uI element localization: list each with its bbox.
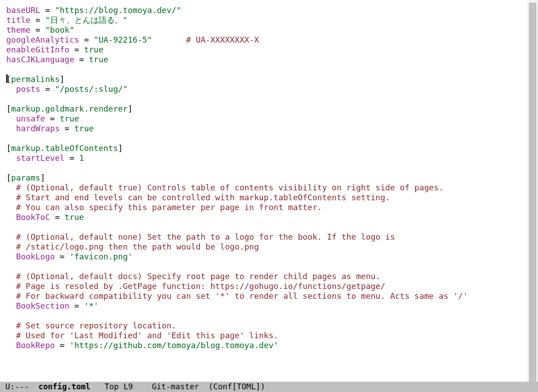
bracket-close: ] — [60, 74, 65, 84]
key-BookLogo: BookLogo — [16, 252, 55, 261]
val-BookSection: '*' — [84, 301, 99, 310]
val-baseURL: "https://blog.tomoya.dev/" — [55, 5, 181, 15]
key-BookToC: BookToC — [16, 212, 50, 222]
key-hasCJKLanguage: hasCJKLanguage — [6, 55, 74, 64]
val-hardWraps: true — [74, 124, 94, 133]
comment-line: # (Optional, default none) Set the path … — [16, 232, 395, 241]
key-unsafe: unsafe — [16, 114, 45, 123]
val-title: "日々、とんは語る。" — [45, 15, 128, 25]
modeline-left: U:--- — [5, 382, 39, 391]
val-enableGitInfo: true — [84, 45, 103, 54]
modeline-filename: config.toml — [39, 382, 91, 391]
val-hasCJKLanguage: true — [89, 55, 108, 64]
editor-frame: baseURL = "https://blog.tomoya.dev/" tit… — [0, 0, 538, 392]
modeline-rest: Top L9 Git-master (Conf[TOML]) — [91, 382, 265, 391]
section-permalinks: permalinks — [11, 74, 60, 84]
key-enableGitInfo: enableGitInfo — [6, 45, 69, 54]
key-posts: posts — [16, 84, 40, 94]
key-title: title — [6, 15, 30, 25]
key-startLevel: startLevel — [16, 153, 65, 163]
val-unsafe: true — [60, 114, 79, 123]
bracket-close: ] — [118, 143, 123, 153]
comment-ga: # UA-XXXXXXXX-X — [186, 35, 259, 44]
val-startLevel: 1 — [79, 153, 84, 163]
comment-line: # (Optional, default true) Controls tabl… — [16, 183, 444, 192]
bracket-open: [ — [6, 74, 11, 84]
key-BookRepo: BookRepo — [16, 340, 55, 350]
comment-line: # (Optional, default docs) Specify root … — [16, 271, 381, 281]
comment-line: # For backward compatibility you can set… — [16, 291, 468, 301]
comment-line: # Used for 'Last Modified' and 'Edit thi… — [16, 331, 278, 340]
bracket-open: [ — [6, 104, 11, 113]
key-baseURL: baseURL — [6, 5, 40, 15]
code-buffer[interactable]: baseURL = "https://blog.tomoya.dev/" tit… — [0, 0, 527, 392]
key-googleAnalytics: googleAnalytics — [6, 35, 79, 44]
key-theme: theme — [6, 25, 30, 34]
bracket-open: [ — [6, 143, 11, 153]
comment-line: # Page is resoled by .GetPage function: … — [16, 281, 386, 291]
emacs-modeline: U:--- config.toml Top L9 Git-master (Con… — [0, 382, 538, 392]
vertical-scrollbar[interactable] — [527, 0, 538, 392]
val-posts: "/posts/:slug/" — [55, 84, 128, 94]
section-params: params — [11, 173, 40, 182]
comment-line: # You can also specify this parameter pe… — [16, 202, 322, 212]
section-goldmark: markup.goldmark.renderer — [11, 104, 128, 113]
bracket-open: [ — [6, 173, 11, 182]
comment-line: # Start and end levels can be controlled… — [16, 193, 390, 202]
scrollbar-thumb[interactable] — [529, 3, 536, 389]
section-toc: markup.tableOfContents — [11, 143, 118, 153]
comment-line: # /static/logo.png then the path would b… — [16, 242, 259, 251]
val-googleAnalytics: "UA-92216-5" — [94, 35, 152, 44]
val-BookToC: true — [65, 212, 84, 222]
bracket-close: ] — [128, 104, 133, 113]
key-hardWraps: hardWraps — [16, 124, 60, 133]
key-BookSection: BookSection — [16, 301, 69, 310]
val-theme: "book" — [45, 25, 74, 34]
comment-line: # Set source repository location. — [16, 321, 177, 330]
bracket-close: ] — [40, 173, 45, 182]
val-BookRepo: 'https://github.com/tomoya/blog.tomoya.d… — [69, 340, 278, 350]
val-BookLogo: 'favicon.png' — [69, 252, 133, 261]
